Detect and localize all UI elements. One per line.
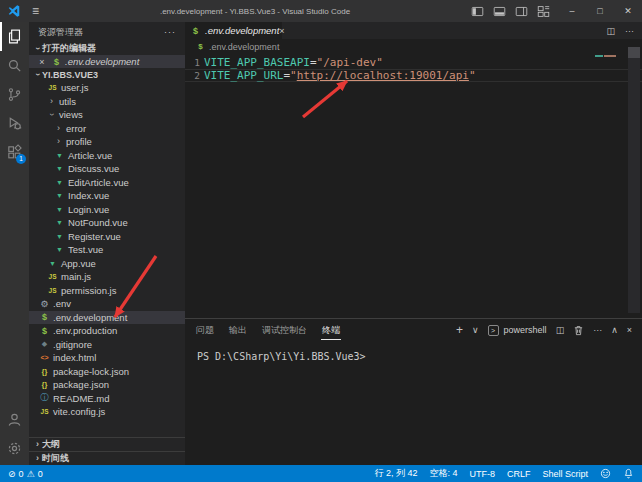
customize-layout-icon[interactable]: [537, 5, 550, 18]
run-debug-icon[interactable]: [0, 109, 29, 138]
toggle-panel-icon[interactable]: [493, 5, 506, 18]
tree-item-label: NotFound.vue: [68, 217, 128, 228]
scrollbar[interactable]: [628, 47, 640, 313]
minimap: [595, 55, 616, 57]
toggle-sidebar-icon[interactable]: [471, 5, 484, 18]
tree-item-EditArticle.vue[interactable]: ▼EditArticle.vue: [29, 176, 185, 190]
tree-item-utils[interactable]: ›utils: [29, 95, 185, 109]
tree-item-App.vue[interactable]: ▼App.vue: [29, 257, 185, 271]
tree-item-user.js[interactable]: JSuser.js: [29, 81, 185, 95]
open-editors-header[interactable]: › 打开的编辑器: [29, 42, 185, 55]
chevron-right-icon: ›: [33, 440, 42, 449]
search-icon[interactable]: [0, 51, 29, 80]
problems-status[interactable]: ⊘ 0 ⚠ 0: [8, 469, 43, 479]
more-actions-icon[interactable]: ···: [625, 26, 634, 36]
sidebar-explorer: 资源管理器 ··· › 打开的编辑器 × $ .env.development …: [29, 22, 185, 465]
split-terminal-icon[interactable]: ◫: [556, 325, 565, 335]
tree-item-Test.vue[interactable]: ▼Test.vue: [29, 243, 185, 257]
close-panel-icon[interactable]: ×: [627, 325, 632, 335]
tree-item-NotFound.vue[interactable]: ▼NotFound.vue: [29, 216, 185, 230]
panel-tab-problems[interactable]: 问题: [195, 320, 215, 340]
tree-item-vite.config.js[interactable]: JSvite.config.js: [29, 405, 185, 419]
encoding[interactable]: UTF-8: [469, 469, 495, 479]
tree-item-package-lock.json[interactable]: {}package-lock.json: [29, 365, 185, 379]
tree-item-README.md[interactable]: ⓘREADME.md: [29, 392, 185, 406]
timeline-section[interactable]: › 时间线: [29, 451, 185, 465]
shell-selector[interactable]: powershell: [504, 325, 547, 335]
new-terminal-icon[interactable]: +: [456, 323, 463, 337]
more-actions-icon[interactable]: ···: [164, 27, 176, 37]
tab-env-development[interactable]: $ .env.development ×: [185, 22, 282, 39]
maximize-panel-icon[interactable]: ∧: [611, 325, 618, 335]
code-line-1[interactable]: 1VITE_APP_BASEAPI="/api-dev": [185, 56, 642, 69]
open-editor-item-env-development[interactable]: × $ .env.development: [29, 55, 185, 68]
tree-item-label: .env.development: [53, 312, 127, 323]
account-icon[interactable]: [0, 405, 29, 434]
tree-item-Article.vue[interactable]: ▼Article.vue: [29, 149, 185, 163]
close-icon[interactable]: ×: [279, 26, 284, 36]
menu-icon[interactable]: ≡: [32, 0, 39, 22]
project-root-header[interactable]: › YI.BBS.VUE3: [29, 68, 185, 81]
indentation[interactable]: 空格: 4: [429, 467, 457, 480]
code-token: =: [310, 56, 317, 69]
tree-item-label: Register.vue: [68, 231, 121, 242]
activity-bar: 1: [0, 22, 29, 465]
tree-item-error[interactable]: ›error: [29, 122, 185, 136]
chevron-down-icon[interactable]: ∨: [472, 325, 479, 335]
tree-item-Register.vue[interactable]: ▼Register.vue: [29, 230, 185, 244]
close-button[interactable]: ✕: [614, 0, 642, 22]
project-root-label: YI.BBS.VUE3: [42, 70, 98, 80]
more-actions-icon[interactable]: ···: [593, 325, 602, 335]
chevron-down-icon: ›: [47, 110, 56, 119]
feedback-icon[interactable]: [600, 468, 611, 479]
explorer-icon[interactable]: [0, 22, 29, 51]
code-lines[interactable]: 1VITE_APP_BASEAPI="/api-dev"2VITE_APP_UR…: [185, 54, 642, 82]
tree-item-Index.vue[interactable]: ▼Index.vue: [29, 189, 185, 203]
close-icon[interactable]: ×: [37, 57, 47, 67]
terminal[interactable]: PS D:\CSharp\Yi\Yi.BBS.Vue3>: [197, 351, 642, 362]
eol-sequence[interactable]: CRLF: [507, 469, 531, 479]
tree-item-index.html[interactable]: <>index.html: [29, 351, 185, 365]
panel-tab-debug-console[interactable]: 调试控制台: [261, 320, 308, 340]
outline-label: 大纲: [42, 438, 60, 451]
tree-item-views[interactable]: ›views: [29, 108, 185, 122]
split-editor-icon[interactable]: ◫: [606, 26, 615, 36]
tree-item-Login.vue[interactable]: ▼Login.vue: [29, 203, 185, 217]
tree-item-label: vite.config.js: [53, 406, 105, 417]
tree-item-.env.production[interactable]: $.env.production: [29, 324, 185, 338]
vue-file-icon: ▼: [54, 206, 65, 213]
chevron-right-icon: ›: [54, 124, 63, 133]
toggle-secondary-sidebar-icon[interactable]: [515, 5, 528, 18]
tree-item-package.json[interactable]: {}package.json: [29, 378, 185, 392]
code-token: VITE_APP_URL: [204, 69, 283, 82]
extensions-icon[interactable]: 1: [0, 138, 29, 167]
scrollbar-slider[interactable]: [628, 47, 640, 58]
panel-tab-output[interactable]: 输出: [228, 320, 248, 340]
maximize-button[interactable]: □: [586, 0, 614, 22]
url-link[interactable]: http://localhost:19001/api: [297, 69, 469, 82]
cursor-position[interactable]: 行 2, 列 42: [374, 467, 417, 480]
tree-item-profile[interactable]: ›profile: [29, 135, 185, 149]
breadcrumb[interactable]: $ .env.development: [185, 39, 642, 54]
minimize-button[interactable]: –: [558, 0, 586, 22]
tree-item-main.js[interactable]: JSmain.js: [29, 270, 185, 284]
tree-item-label: permission.js: [61, 285, 116, 296]
panel-tab-terminal[interactable]: 终端: [321, 320, 341, 340]
notifications-bell-icon[interactable]: [623, 468, 634, 479]
settings-gear-icon[interactable]: [0, 434, 29, 463]
source-control-icon[interactable]: [0, 80, 29, 109]
code-line-2[interactable]: 2VITE_APP_URL="http://localhost:19001/ap…: [185, 69, 642, 82]
diamond-file-icon: ◆: [39, 340, 50, 348]
tree-item-.gitignore[interactable]: ◆.gitignore: [29, 338, 185, 352]
tree-item-Discuss.vue[interactable]: ▼Discuss.vue: [29, 162, 185, 176]
outline-section[interactable]: › 大纲: [29, 437, 185, 451]
tree-item-.env[interactable]: ⚙.env: [29, 297, 185, 311]
tree-item-label: Login.vue: [68, 204, 109, 215]
tree-item-.env.development[interactable]: $.env.development: [29, 311, 185, 325]
shell-icon: $: [195, 42, 206, 51]
trash-icon[interactable]: [573, 325, 584, 336]
tree-item-permission.js[interactable]: JSpermission.js: [29, 284, 185, 298]
titlebar: ≡ .env.development - Yi.BBS.Vue3 - Visua…: [0, 0, 642, 22]
language-mode[interactable]: Shell Script: [542, 469, 588, 479]
line-number: 1: [185, 56, 200, 69]
